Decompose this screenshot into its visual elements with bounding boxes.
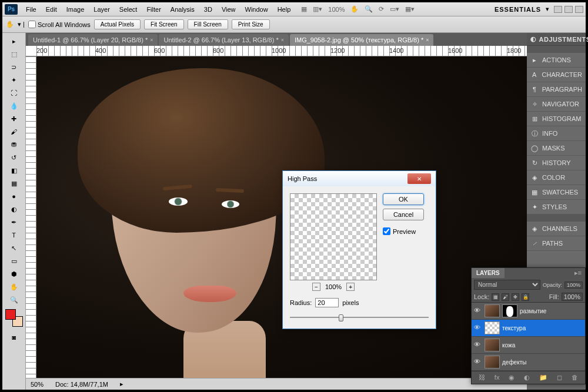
panel-history[interactable]: ↻HISTORY — [527, 156, 586, 170]
eraser-tool[interactable]: ◧ — [6, 165, 22, 176]
healing-tool[interactable]: ✚ — [6, 113, 22, 125]
ok-button[interactable]: OK — [383, 193, 424, 205]
menu-select[interactable]: Select — [115, 4, 142, 15]
menu-image[interactable]: Image — [62, 4, 89, 15]
panel-character[interactable]: ACHARACTER — [527, 68, 586, 82]
color-swatches[interactable] — [5, 309, 23, 327]
rotate-icon[interactable]: ⟳ — [379, 5, 384, 13]
layer-row[interactable]: 👁текстура — [472, 320, 585, 337]
option-fill-screen[interactable]: Fill Screen — [188, 19, 228, 29]
lock-all-icon[interactable]: 🔒 — [522, 293, 529, 301]
close-window-button[interactable] — [575, 6, 583, 13]
layer-row[interactable]: 👁размытие — [472, 303, 585, 320]
eyedropper-tool[interactable]: 💧 — [6, 100, 22, 112]
canvas-viewport[interactable] — [36, 56, 527, 378]
link-layers-icon[interactable]: ⛓ — [479, 374, 485, 381]
lock-image-icon[interactable]: 🖌 — [502, 293, 509, 301]
document-tab[interactable]: Untitled-1 @ 66.7% (Layer 20, RGB/8) *× — [28, 34, 158, 46]
delete-layer-icon[interactable]: 🗑 — [572, 374, 578, 381]
fill-value[interactable]: 100% — [562, 293, 583, 301]
cancel-button[interactable]: Cancel — [383, 209, 424, 220]
menu-analysis[interactable]: Analysis — [166, 4, 199, 15]
menu-edit[interactable]: Edit — [41, 4, 62, 15]
layer-name[interactable]: кожа — [502, 342, 583, 349]
layer-row[interactable]: 👁кожа — [472, 337, 585, 354]
layer-thumbnail[interactable] — [485, 356, 500, 368]
shape-tool[interactable]: ▭ — [6, 255, 22, 267]
panel-channels[interactable]: ◈CHANNELS — [527, 222, 586, 236]
menu-3d[interactable]: 3D — [199, 4, 217, 15]
scroll-all-checkbox[interactable]: Scroll All Windows — [28, 21, 91, 28]
blend-mode-select[interactable]: Normal — [474, 280, 540, 290]
menu-help[interactable]: Help — [273, 4, 296, 15]
layer-row[interactable]: 👁дефекты — [472, 354, 585, 371]
menu-view[interactable]: View — [217, 4, 240, 15]
close-tab-icon[interactable]: × — [150, 37, 153, 43]
panel-masks[interactable]: ◯MASKS — [527, 141, 586, 156]
ruler-horizontal[interactable]: 2004006008001000120014001600180020002200 — [26, 46, 527, 56]
add-mask-icon[interactable]: ◉ — [509, 374, 514, 381]
lock-position-icon[interactable]: ✥ — [512, 293, 519, 301]
stamp-tool[interactable]: ⛃ — [6, 139, 22, 150]
panel-color[interactable]: ◈COLOR — [527, 170, 586, 185]
radius-slider[interactable] — [290, 313, 429, 321]
panel-menu-icon[interactable]: ▸≡ — [571, 269, 585, 277]
screen-mode-icon[interactable]: ▭▾ — [390, 5, 399, 13]
3d-tool[interactable]: ⬢ — [6, 268, 22, 280]
visibility-icon[interactable]: 👁 — [474, 358, 482, 366]
layers-tab[interactable]: LAYERS — [472, 268, 505, 278]
panel-styles[interactable]: ✦STYLES — [527, 200, 586, 215]
zoom-out-button[interactable]: − — [312, 283, 320, 291]
menu-window[interactable]: Window — [240, 4, 273, 15]
minimize-button[interactable] — [554, 6, 562, 13]
panel-paths[interactable]: ⟋PATHS — [527, 236, 586, 251]
panel-navigator[interactable]: ✧NAVIGATOR — [527, 97, 586, 112]
fg-color-swatch[interactable] — [5, 309, 16, 320]
visibility-icon[interactable]: 👁 — [474, 307, 482, 315]
move-tool[interactable]: ▸ — [6, 35, 22, 47]
preview-thumbnail[interactable] — [290, 193, 377, 280]
visibility-icon[interactable]: 👁 — [474, 341, 482, 349]
layer-name[interactable]: размытие — [520, 308, 583, 314]
zoom-icon[interactable]: 🔍 — [365, 5, 373, 13]
slider-thumb[interactable] — [339, 314, 343, 321]
launch-bridge-icon[interactable]: ▦ — [301, 5, 307, 13]
new-group-icon[interactable]: 📁 — [539, 374, 547, 381]
close-tab-icon[interactable]: × — [426, 37, 429, 43]
new-layer-icon[interactable]: ◻ — [557, 374, 562, 381]
path-tool[interactable]: ↖ — [6, 242, 22, 254]
adjustments-panel-header[interactable]: ◐ADJUSTMENTS — [527, 33, 586, 46]
fx-icon[interactable]: fx — [495, 374, 500, 381]
visibility-icon[interactable]: 👁 — [474, 324, 482, 332]
status-arrow-icon[interactable]: ▸ — [120, 380, 123, 388]
hand-tool-icon[interactable]: ✋ — [6, 21, 14, 28]
lasso-tool[interactable]: ⊃ — [6, 61, 22, 73]
pen-tool[interactable]: ✒ — [6, 216, 22, 228]
menu-filter[interactable]: Filter — [142, 4, 165, 15]
ruler-vertical[interactable] — [26, 56, 36, 378]
close-tab-icon[interactable]: × — [281, 37, 284, 43]
zoom-display[interactable]: 100% — [328, 6, 345, 13]
zoom-level[interactable]: 50% — [31, 381, 44, 388]
layer-name[interactable]: дефекты — [502, 359, 583, 366]
zoom-tool[interactable]: 🔍 — [6, 294, 22, 306]
workspace-switcher[interactable]: ESSENTIALS — [495, 6, 541, 13]
type-tool[interactable]: T — [6, 229, 22, 241]
option-actual-pixels[interactable]: Actual Pixels — [94, 19, 141, 29]
hand-icon[interactable]: ✋ — [350, 5, 359, 13]
dialog-titlebar[interactable]: High Pass ✕ — [283, 171, 436, 186]
hand-tool[interactable]: ✋ — [6, 281, 22, 293]
panel-actions[interactable]: ▸ACTIONS — [527, 53, 586, 68]
workspace-dropdown-icon[interactable]: ▾ — [546, 5, 549, 13]
quickmask-tool[interactable]: ◙ — [6, 331, 22, 343]
arrange-icon[interactable]: ▥▾ — [313, 5, 322, 13]
lock-transparent-icon[interactable]: ▦ — [492, 293, 499, 301]
history-brush-tool[interactable]: ↺ — [6, 152, 22, 163]
panel-swatches[interactable]: ▦SWATCHES — [527, 185, 586, 200]
layer-name[interactable]: текстура — [502, 325, 583, 331]
extras-icon[interactable]: ▦▾ — [405, 5, 415, 13]
panel-paragraph[interactable]: ¶PARAGRAPH — [527, 82, 586, 97]
layer-thumbnail[interactable] — [485, 304, 500, 317]
adjustment-layer-icon[interactable]: ◐ — [524, 374, 530, 381]
option-fit-screen[interactable]: Fit Screen — [144, 19, 184, 29]
